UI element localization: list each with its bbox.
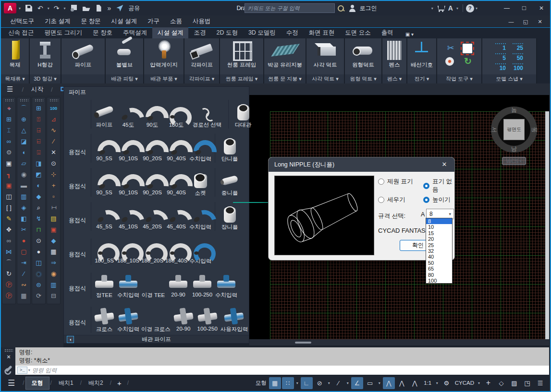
open-icon[interactable] <box>82 4 91 12</box>
palette-item[interactable]: 사용자입력 <box>220 307 249 333</box>
status-toggle-icon[interactable]: ▨ <box>508 377 520 389</box>
tab-start[interactable]: 시작 <box>26 84 48 95</box>
size-option[interactable]: 100 <box>426 278 452 284</box>
palette-item[interactable]: 이경 크로스 <box>140 326 171 333</box>
snap-distance-button[interactable]: 1 <box>495 43 506 51</box>
ribbon-tab[interactable]: 출력 <box>376 27 399 38</box>
status-toggle-icon[interactable]: ▾ <box>345 377 350 389</box>
gauge-button[interactable]: 압력게이지 <box>144 38 184 74</box>
status-toggle-icon[interactable]: ▦ <box>269 377 281 389</box>
snap-distance-button[interactable]: 5 <box>495 53 506 61</box>
tool-icon[interactable]: ⌒ <box>18 103 29 114</box>
panel-footer-wood[interactable]: 목재류 ▾ <box>1 74 29 83</box>
tool-icon[interactable]: ┓ <box>3 169 14 180</box>
snap-distance-button[interactable]: 10 <box>495 63 506 71</box>
ribbon-tab[interactable]: 주택설계 <box>118 27 152 38</box>
layout-tab[interactable]: 배치1 <box>53 377 79 389</box>
window-maximize-button[interactable]: □ <box>515 1 533 15</box>
tool-icon[interactable]: ✎ <box>3 214 14 224</box>
panel-footer-pipe-parts[interactable]: 배관 부품 ▾ <box>144 74 184 83</box>
layout-tab[interactable]: / <box>109 378 112 388</box>
palette-item[interactable]: 크로스 <box>92 307 116 333</box>
palette-item[interactable]: 90_40S <box>164 170 188 197</box>
file-tab-menu-icon[interactable]: ☰ <box>1 85 19 94</box>
save-icon[interactable] <box>24 4 33 12</box>
tool-icon[interactable]: ▦ <box>48 247 59 257</box>
layout-tab[interactable]: / <box>126 378 130 388</box>
layout-tab[interactable]: 배치2 <box>83 377 109 389</box>
ribbon-tab[interactable]: 3D 모델링 <box>243 27 281 38</box>
snap-distance-button[interactable]: 25 <box>513 43 523 51</box>
share-icon[interactable] <box>115 4 124 12</box>
compass-west-label[interactable]: 서 <box>490 127 498 133</box>
app-logo-icon[interactable]: A <box>4 3 16 13</box>
palette-item[interactable]: 100-250 <box>196 307 220 333</box>
palette-item[interactable]: 이경 TEE <box>140 292 166 299</box>
status-toggle-icon[interactable]: ☰ <box>534 377 546 389</box>
palette-item[interactable]: 90_5S <box>92 136 116 163</box>
redo-icon[interactable]: ↷ <box>52 4 61 12</box>
ribbon-tab[interactable]: 도면 요소 <box>340 27 376 38</box>
status-toggle-icon[interactable]: ▾ <box>295 377 300 389</box>
tool-icon[interactable]: ∕ <box>48 136 59 147</box>
toolbar-grip-handle[interactable] <box>5 99 13 102</box>
tool-icon[interactable]: ◖ <box>18 147 29 158</box>
tool-icon[interactable]: ⋈ <box>3 247 14 257</box>
tool-icon[interactable]: ⇒ <box>48 258 59 268</box>
tool-icon[interactable]: ◈ <box>18 202 29 213</box>
palette-item[interactable]: 90_40S <box>164 136 188 163</box>
doc-restore-button[interactable]: ◱ <box>518 15 533 28</box>
palette-item[interactable]: 180도 <box>164 102 188 129</box>
snap-distance-button[interactable]: 100 <box>513 63 523 71</box>
window-close-button[interactable]: ✕ <box>533 1 550 15</box>
tool-icon[interactable]: ⍐ <box>33 114 44 125</box>
tool-icon[interactable]: ▬ <box>18 180 29 191</box>
tool-icon[interactable]: ⌕ <box>33 202 44 213</box>
donut-tool-icon[interactable] <box>445 57 454 66</box>
menu-item[interactable]: 시설 설계 <box>106 15 142 27</box>
toolbar-grip-handle[interactable] <box>49 99 58 102</box>
combo-chevron-icon[interactable]: ▾ <box>449 212 451 216</box>
menu-item[interactable]: 기초 설계 <box>39 15 75 27</box>
compass-center-view[interactable]: 평면도 <box>503 119 525 140</box>
size-option[interactable]: 80 <box>426 272 452 278</box>
radio-selected-icon[interactable] <box>423 183 429 189</box>
palette-item[interactable]: 소켓 <box>188 170 212 197</box>
tool-icon[interactable]: ⌶ <box>3 125 14 136</box>
size-option[interactable]: 15 <box>426 230 452 236</box>
ballvalve-button[interactable]: 볼밸브 <box>106 38 143 74</box>
tool-icon[interactable]: ✂ <box>18 225 29 235</box>
tool-icon[interactable]: ◨ <box>33 158 44 169</box>
help-icon[interactable]: ? <box>466 4 474 12</box>
tool-icon[interactable]: ∕ <box>18 269 29 279</box>
radio-icon[interactable] <box>378 178 384 185</box>
palette-item[interactable]: 90도 <box>140 102 164 129</box>
size-option[interactable]: 25 <box>426 242 452 248</box>
tool-icon[interactable]: ▱ <box>18 158 29 169</box>
panel-footer-worktools[interactable]: 작업 도구 ▾ <box>437 74 481 83</box>
glassroof-button[interactable]: 박공 유리지붕 <box>264 38 306 74</box>
status-toggle-icon[interactable]: 1:1 <box>422 377 434 389</box>
tool-icon[interactable]: Ⓟ <box>3 291 14 301</box>
ribbon-tab[interactable]: ▣ ▾ <box>402 30 417 38</box>
doc-minimize-button[interactable]: — <box>504 15 518 28</box>
ribbon-tab[interactable]: 문 창호 <box>87 27 118 38</box>
tool-icon[interactable]: ◐ <box>33 180 44 191</box>
app-store-chevron-icon[interactable]: ▾ <box>455 6 460 11</box>
tool-icon[interactable]: 100 <box>48 103 59 114</box>
palette-item[interactable]: 180_5S <box>92 238 116 265</box>
tool-icon[interactable]: ⌶ <box>49 202 59 214</box>
tool-icon[interactable]: ⊕ <box>18 114 29 125</box>
compass-north-label[interactable]: 북 <box>511 106 517 114</box>
tool-icon[interactable]: ◧ <box>18 214 29 224</box>
command-prompt-chevron-icon[interactable]: ▾ <box>28 368 30 372</box>
menu-item[interactable]: 문 창문 <box>75 15 106 27</box>
palette-item[interactable]: 90_10S <box>116 170 140 197</box>
help-chevron-icon[interactable]: ▾ <box>474 6 479 11</box>
tool-icon[interactable]: ⊟ <box>48 291 59 301</box>
tool-icon[interactable]: ▦ <box>18 291 29 301</box>
sqpipe-button[interactable]: 각파이프 <box>184 38 219 74</box>
layout-tab[interactable]: + <box>112 378 126 388</box>
new-drawing-icon[interactable] <box>95 4 103 12</box>
panel-footer-sunframe[interactable]: 썬룸 프레임 ▾ <box>220 74 263 83</box>
